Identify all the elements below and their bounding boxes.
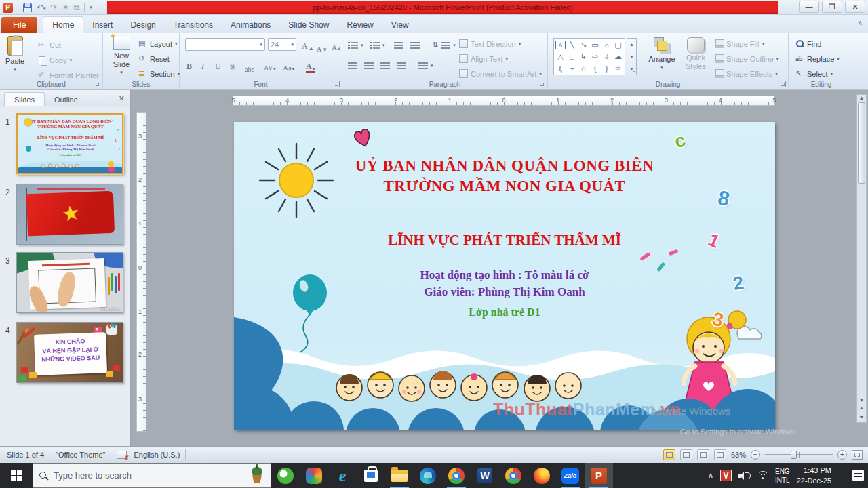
- gallery-more-icon[interactable]: ▼̲: [629, 66, 634, 71]
- left-brace-shape-icon[interactable]: {: [589, 62, 601, 74]
- vertical-ruler[interactable]: 32 10 12 3: [136, 112, 146, 432]
- oval-shape-icon[interactable]: ○: [601, 39, 612, 51]
- tab-home[interactable]: Home: [43, 16, 83, 33]
- columns-button[interactable]: ▾: [418, 59, 433, 72]
- italic-button[interactable]: I: [201, 59, 204, 72]
- right-brace-shape-icon[interactable]: }: [601, 62, 612, 74]
- taskbar-chrome-2[interactable]: [499, 463, 528, 488]
- undo-icon[interactable]: ↶▾: [37, 3, 46, 12]
- shrink-font-button[interactable]: A▼: [317, 40, 328, 53]
- reset-button[interactable]: Reset: [138, 52, 170, 65]
- new-from-template-icon[interactable]: ✶: [62, 3, 69, 12]
- star-shape-icon[interactable]: ☆: [612, 62, 624, 74]
- slide-subject-line[interactable]: LĨNH VỰC PHÁT TRIỂN THẨM MĨ: [234, 232, 775, 249]
- text-shadow-button[interactable]: S: [230, 59, 235, 72]
- zoom-out-button[interactable]: −: [751, 450, 760, 460]
- taskbar-microsoft-store[interactable]: [357, 463, 385, 488]
- save-icon[interactable]: [23, 3, 32, 12]
- numbering-button[interactable]: ▾: [370, 39, 385, 52]
- zoom-level[interactable]: 63%: [731, 451, 746, 459]
- zoom-slider[interactable]: [765, 454, 833, 455]
- vertical-scrollbar[interactable]: ▲ ▼ ⏶ ⏷: [856, 94, 867, 423]
- reading-view-button[interactable]: [697, 449, 709, 460]
- font-dialog-launcher[interactable]: [334, 81, 340, 87]
- new-slide-button[interactable]: New Slide ▾: [107, 37, 136, 75]
- redo-icon[interactable]: ↷: [51, 3, 58, 12]
- rectangle-shape-icon[interactable]: ▭: [589, 39, 601, 51]
- font-name-combo[interactable]: ▾: [185, 38, 265, 51]
- close-pane-icon[interactable]: ✕: [119, 94, 125, 103]
- spellcheck-icon[interactable]: [117, 451, 127, 459]
- slide-sorter-view-button[interactable]: [680, 449, 692, 460]
- taskbar-firefox[interactable]: [528, 463, 556, 488]
- zoom-slider-thumb[interactable]: [791, 451, 797, 459]
- taskbar-internet-explorer[interactable]: e: [328, 463, 357, 488]
- scribble-shape-icon[interactable]: ξ: [555, 62, 566, 74]
- print-preview-icon[interactable]: ⧉: [74, 3, 80, 12]
- slide-activity-line[interactable]: Hoạt động tạo hình : Tô màu lá cờ: [234, 268, 775, 282]
- unikey-icon[interactable]: V: [720, 470, 732, 481]
- elbow-arrow-connector-icon[interactable]: ↳: [578, 51, 589, 62]
- clear-formatting-button[interactable]: Aa: [332, 39, 340, 52]
- format-painter-button[interactable]: Format Painter: [38, 68, 99, 81]
- language-switcher[interactable]: ENGINTL: [775, 467, 790, 485]
- minimize-button[interactable]: —: [799, 1, 819, 13]
- font-size-combo[interactable]: 24▾: [268, 38, 296, 51]
- language-indicator[interactable]: English (U.S.): [134, 451, 180, 459]
- convert-to-smartart-button[interactable]: Convert to SmartArt▾: [459, 67, 542, 80]
- justify-button[interactable]: [397, 59, 406, 72]
- curve-shape-icon[interactable]: ⌣: [566, 62, 578, 74]
- increase-indent-button[interactable]: [410, 39, 420, 52]
- rounded-rectangle-shape-icon[interactable]: ▢: [612, 39, 624, 51]
- taskbar-copilot[interactable]: [300, 463, 328, 488]
- paragraph-dialog-launcher[interactable]: [539, 81, 545, 87]
- tab-slide-show[interactable]: Slide Show: [279, 17, 338, 33]
- cloud-shape-icon[interactable]: ☁: [612, 51, 624, 62]
- bullets-button[interactable]: ▾: [348, 39, 363, 52]
- close-button[interactable]: ✕: [845, 1, 865, 13]
- horizontal-ruler[interactable]: 54 32 10 12 34 5: [233, 96, 775, 106]
- text-box-shape-icon[interactable]: A: [555, 41, 566, 49]
- taskbar-file-explorer[interactable]: [385, 463, 414, 488]
- tab-file[interactable]: File: [1, 17, 37, 33]
- volume-icon[interactable]: [738, 471, 749, 481]
- change-case-button[interactable]: Aa▾: [283, 59, 294, 72]
- replace-button[interactable]: Replace▾: [795, 52, 840, 65]
- tab-slides-pane[interactable]: Slides: [4, 92, 45, 106]
- section-button[interactable]: Section▾: [138, 67, 180, 80]
- slide-title-line2[interactable]: TRƯỜNG MẦM NON GIA QUÁT: [234, 178, 775, 195]
- start-button[interactable]: [0, 463, 33, 488]
- fit-to-window-button[interactable]: [852, 450, 863, 460]
- previous-slide-icon[interactable]: ⏶: [859, 405, 863, 412]
- wifi-icon[interactable]: [756, 471, 768, 480]
- select-button[interactable]: Select▾: [795, 67, 833, 80]
- tab-animations[interactable]: Animations: [222, 17, 279, 33]
- align-text-button[interactable]: Align Text▾: [459, 52, 508, 65]
- paste-button[interactable]: Paste ▾: [5, 36, 24, 73]
- scrollbar-thumb[interactable]: [858, 102, 865, 184]
- scroll-down-icon[interactable]: ▼: [859, 397, 865, 403]
- shape-outline-button[interactable]: Shape Outline▾: [715, 52, 778, 65]
- elbow-connector-icon[interactable]: ∟: [566, 51, 578, 62]
- tab-transitions[interactable]: Transitions: [165, 17, 222, 33]
- gallery-down-icon[interactable]: ▼: [629, 54, 634, 59]
- arrange-button[interactable]: Arrange ▾: [644, 37, 679, 70]
- taskbar-word[interactable]: W: [471, 463, 499, 488]
- down-arrow-shape-icon[interactable]: ⇩: [601, 51, 612, 62]
- align-center-button[interactable]: [364, 59, 374, 72]
- zoom-in-button[interactable]: +: [837, 450, 847, 460]
- tab-design[interactable]: Design: [121, 17, 164, 33]
- slide-3-thumbnail[interactable]: ★ VideoShow: [16, 252, 123, 313]
- taskbar-clock[interactable]: 1:43 PM22-Dec-25: [797, 466, 831, 486]
- decrease-indent-button[interactable]: [394, 39, 403, 52]
- copy-button[interactable]: Copy▾: [38, 54, 72, 66]
- arrow-shape-icon[interactable]: ↘: [578, 39, 589, 51]
- theme-name[interactable]: "Office Theme": [56, 451, 105, 459]
- shape-fill-button[interactable]: Shape Fill▾: [715, 37, 764, 50]
- align-left-button[interactable]: [348, 59, 357, 72]
- underline-button[interactable]: U: [215, 59, 221, 72]
- character-spacing-button[interactable]: AV▾: [264, 59, 276, 72]
- taskbar-powerpoint[interactable]: P: [585, 463, 613, 488]
- slide-4-thumbnail[interactable]: XIN CHÀO VÀ HẸN GẶP LẠI Ở NHỮNG VIDEO SA…: [16, 322, 123, 383]
- taskbar-zalo[interactable]: Zalo: [556, 463, 585, 488]
